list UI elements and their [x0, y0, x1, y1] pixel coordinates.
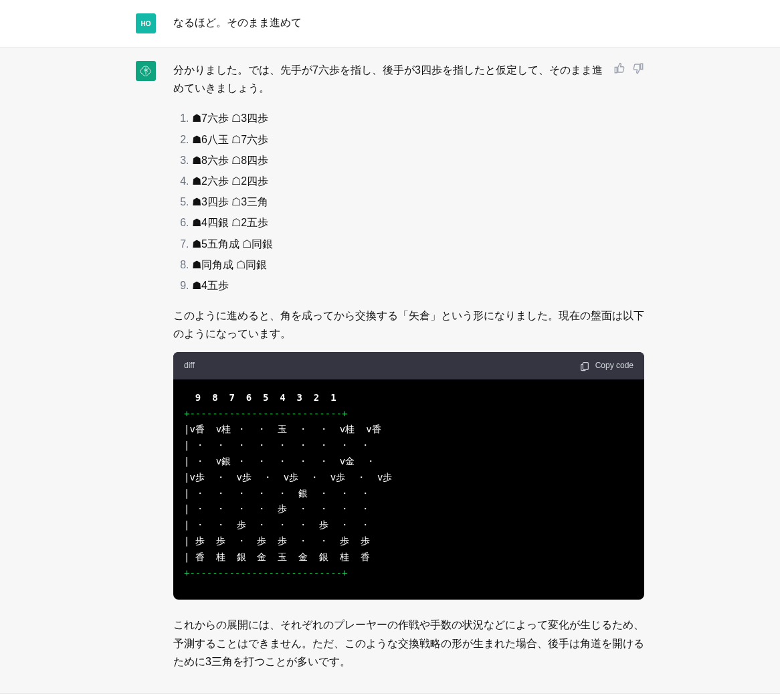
- move-text: ☗8六歩 ☖8四歩: [192, 155, 268, 166]
- move-item: ☗同角成 ☖同銀: [192, 254, 644, 275]
- user-avatar: HO: [136, 13, 156, 33]
- move-text: ☗6八玉 ☖7六歩: [192, 134, 268, 145]
- moves-list: ☗7六歩 ☖3四歩☗6八玉 ☖7六歩☗8六歩 ☖8四歩☗2六歩 ☖2四歩☗3四歩…: [173, 108, 644, 296]
- openai-logo-icon: [139, 64, 153, 78]
- move-text: ☗同角成 ☖同銀: [192, 259, 267, 270]
- clipboard-icon: [579, 361, 590, 371]
- svg-rect-0: [583, 362, 588, 369]
- move-text: ☗3四歩 ☖3三角: [192, 196, 268, 207]
- code-content: 9 8 7 6 5 4 3 2 1 +---------------------…: [173, 379, 644, 600]
- move-item: ☗8六歩 ☖8四歩: [192, 150, 644, 171]
- assistant-intro-text: 分かりました。では、先手が7六歩を指し、後手が3四歩を指したと仮定して、そのまま…: [173, 64, 603, 94]
- move-item: ☗7六歩 ☖3四歩: [192, 108, 644, 128]
- assistant-avatar: [136, 61, 156, 81]
- feedback-buttons: [613, 61, 644, 74]
- move-text: ☗5五角成 ☖同銀: [192, 238, 273, 250]
- thumbs-up-button[interactable]: [613, 62, 625, 74]
- move-item: ☗6八玉 ☖7六歩: [192, 129, 644, 150]
- move-item: ☗2六歩 ☖2四歩: [192, 171, 644, 191]
- thumbs-down-icon: [632, 62, 644, 74]
- move-text: ☗7六歩 ☖3四歩: [192, 112, 268, 124]
- assistant-after-text: このように進めると、角を成ってから交換する「矢倉」という形になりました。現在の盤…: [173, 307, 644, 343]
- code-block: diff Copy code 9 8 7 6 5 4 3 2 1 +------…: [173, 352, 644, 600]
- user-message-row: HO なるほど。そのまま進めて: [0, 0, 780, 48]
- thumbs-down-button[interactable]: [632, 62, 644, 74]
- copy-code-button[interactable]: Copy code: [579, 359, 633, 372]
- move-text: ☗4四銀 ☖2五歩: [192, 217, 268, 228]
- move-text: ☗4五歩: [192, 280, 229, 291]
- thumbs-up-icon: [613, 62, 625, 74]
- assistant-outro-text: これからの展開には、それぞれのプレーヤーの作戦や手数の状況などによって変化が生じ…: [173, 616, 644, 671]
- move-item: ☗5五角成 ☖同銀: [192, 234, 644, 254]
- move-item: ☗3四歩 ☖3三角: [192, 191, 644, 212]
- assistant-message-row: 分かりました。では、先手が7六歩を指し、後手が3四歩を指したと仮定して、そのまま…: [0, 48, 780, 694]
- code-header: diff Copy code: [173, 352, 644, 379]
- move-item: ☗4四銀 ☖2五歩: [192, 212, 644, 233]
- move-item: ☗4五歩: [192, 275, 644, 296]
- code-lang-label: diff: [184, 359, 195, 372]
- copy-code-label: Copy code: [595, 359, 633, 372]
- user-message-text: なるほど。そのまま進めて: [173, 13, 644, 31]
- move-text: ☗2六歩 ☖2四歩: [192, 175, 268, 187]
